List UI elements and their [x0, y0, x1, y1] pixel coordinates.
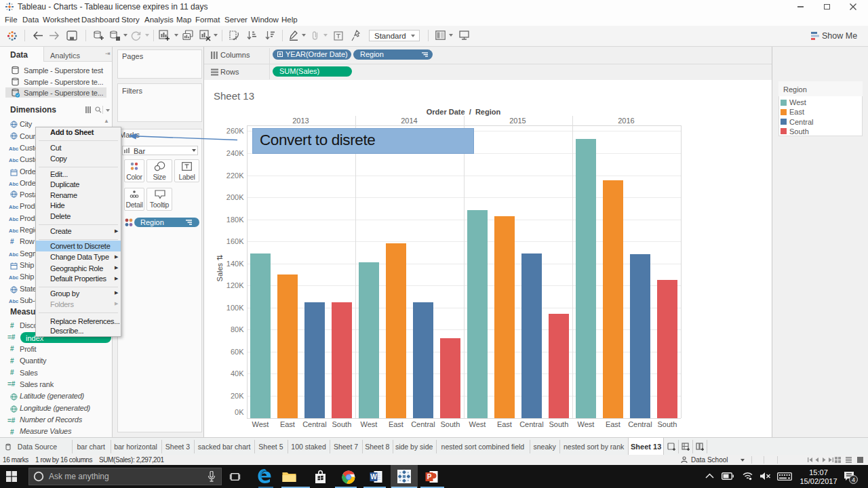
svg-text:P: P [427, 473, 432, 481]
svg-text:W: W [370, 473, 377, 481]
